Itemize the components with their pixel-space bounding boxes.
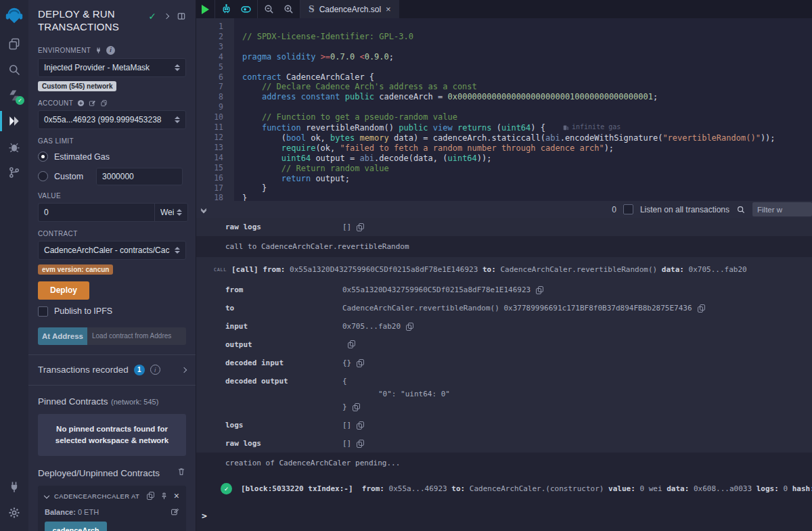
pin-panel-icon[interactable]: [177, 11, 186, 21]
value-unit-select[interactable]: Wei: [154, 203, 188, 222]
edit-icon[interactable]: [171, 507, 179, 516]
zoom-out-icon[interactable]: [263, 3, 275, 15]
chevron-updown-icon: [175, 247, 180, 254]
transaction-success-row[interactable]: ✓[block:5033220 txIndex:-] from: 0x55a..…: [196, 474, 812, 504]
line-number[interactable]: 17: [196, 183, 223, 193]
deploy-run-icon[interactable]: [0, 108, 28, 134]
value-input[interactable]: [38, 203, 154, 222]
copy-icon[interactable]: [147, 492, 154, 500]
line-number[interactable]: 8: [196, 92, 223, 102]
copy-icon[interactable]: [357, 359, 364, 367]
line-number[interactable]: 12: [196, 133, 223, 143]
collapse-icon[interactable]: [44, 493, 49, 499]
line-number[interactable]: 4: [196, 52, 223, 62]
terminal: 0 Listen on all transactions raw logs[]c…: [196, 201, 812, 531]
copy-icon[interactable]: [357, 223, 364, 231]
log-value: { "0": "uint64: 0"}: [342, 377, 450, 411]
infinite-gas-hint: infinite gas: [563, 122, 621, 133]
line-number[interactable]: 16: [196, 173, 223, 183]
plugin-manager-icon[interactable]: [0, 474, 28, 500]
git-icon[interactable]: [0, 160, 28, 185]
terminal-kv-row: input0x705...fab20: [196, 317, 812, 336]
line-number[interactable]: 7: [196, 82, 223, 92]
account-label: ACCOUNT: [38, 99, 186, 107]
tab-cadencearch-sol[interactable]: S CadenceArch.sol ×: [300, 0, 399, 18]
environment-select[interactable]: Injected Provider - MetaMask: [38, 58, 186, 77]
tab-close-icon[interactable]: ×: [386, 4, 391, 14]
terminal-kv-row: output: [196, 336, 812, 354]
copy-icon[interactable]: [357, 421, 364, 430]
settings-gear-icon[interactable]: [0, 500, 28, 526]
copy-icon[interactable]: [348, 340, 355, 348]
transactions-info-icon[interactable]: i: [150, 365, 160, 375]
line-number[interactable]: 13: [196, 143, 223, 153]
trash-icon[interactable]: [177, 467, 186, 479]
transactions-recorded-row[interactable]: Transactions recorded 1 i: [28, 355, 196, 385]
at-address-input[interactable]: [87, 327, 186, 345]
solidity-compiler-icon[interactable]: ✓: [0, 83, 28, 108]
search-icon[interactable]: [0, 57, 28, 83]
copy-icon[interactable]: [698, 304, 705, 313]
contract-select[interactable]: CadenceArchCaler - contracts/Cac: [38, 241, 186, 260]
terminal-kv-row: logs[]: [196, 416, 812, 434]
custom-gas-radio[interactable]: [38, 171, 48, 181]
cadencearch-function-button[interactable]: cadenceArch: [45, 522, 107, 531]
line-number[interactable]: 9: [196, 102, 223, 112]
line-number[interactable]: 1: [196, 22, 223, 32]
terminal-prompt[interactable]: >: [196, 504, 812, 524]
terminal-search-icon[interactable]: [736, 205, 746, 214]
close-icon[interactable]: ×: [174, 491, 179, 501]
code-line: [242, 62, 812, 72]
run-script-icon[interactable]: [202, 5, 209, 14]
remix-logo-icon[interactable]: [0, 0, 28, 31]
panel-chevron-icon[interactable]: [164, 14, 169, 19]
log-key: input: [225, 322, 342, 331]
line-number[interactable]: 3: [196, 42, 223, 52]
code-line: // Declare Cadence Arch's address as a c…: [242, 82, 812, 92]
zoom-in-icon[interactable]: [283, 3, 294, 15]
line-number[interactable]: 15: [196, 163, 223, 173]
log-value: []: [342, 439, 364, 448]
ai-assistant-icon[interactable]: [221, 3, 232, 15]
debugger-icon[interactable]: [0, 134, 28, 160]
listen-all-checkbox[interactable]: [623, 204, 633, 214]
pin-icon[interactable]: [160, 492, 168, 501]
at-address-button[interactable]: At Address: [38, 327, 87, 345]
copy-icon[interactable]: [353, 403, 360, 411]
copy-icon[interactable]: [536, 286, 543, 294]
terminal-filter-input[interactable]: [752, 202, 812, 216]
transactions-expand-icon[interactable]: [181, 367, 187, 372]
copy-account-icon[interactable]: [100, 99, 108, 107]
code-line: }: [242, 183, 812, 193]
gas-limit-label: GAS LIMIT: [38, 137, 186, 145]
copy-icon[interactable]: [406, 323, 413, 331]
line-number[interactable]: 10: [196, 112, 223, 122]
line-number[interactable]: 11: [196, 122, 223, 133]
collapse-terminal-icon[interactable]: [202, 208, 206, 211]
code-editor[interactable]: 123456789101112131415161718 // SPDX-Lice…: [196, 18, 812, 201]
terminal-content: raw logs[]call to CadenceArchCaler.rever…: [196, 218, 812, 531]
copy-icon[interactable]: [357, 440, 364, 448]
deploy-button[interactable]: Deploy: [38, 281, 89, 300]
listen-all-label: Listen on all transactions: [640, 205, 729, 214]
log-key: from: [225, 285, 342, 294]
call-log-line[interactable]: call[call] from: 0x55a1320D432759960C5Df…: [196, 257, 812, 281]
environment-info-icon[interactable]: i: [106, 46, 115, 55]
custom-gas-input[interactable]: [96, 168, 183, 185]
editor-code[interactable]: // SPDX-License-Identifier: GPL-3.0 prag…: [234, 18, 812, 201]
line-number[interactable]: 2: [196, 32, 223, 42]
file-explorer-icon[interactable]: [0, 31, 28, 57]
account-select[interactable]: 0x55a...46923 (999.9999453238: [38, 110, 186, 129]
log-key: to: [225, 304, 342, 313]
publish-ipfs-checkbox[interactable]: [38, 306, 48, 317]
log-value-line: "0": "uint64: 0": [342, 386, 450, 402]
line-number[interactable]: 14: [196, 153, 223, 163]
estimated-gas-radio[interactable]: [38, 152, 48, 162]
copilot-toggle-icon[interactable]: [240, 3, 252, 15]
add-account-icon[interactable]: [77, 99, 85, 107]
line-number[interactable]: 18: [196, 193, 223, 201]
code-line: return output;: [242, 174, 812, 184]
line-number[interactable]: 5: [196, 62, 223, 72]
sign-message-icon[interactable]: [89, 99, 96, 107]
line-number[interactable]: 6: [196, 72, 223, 83]
